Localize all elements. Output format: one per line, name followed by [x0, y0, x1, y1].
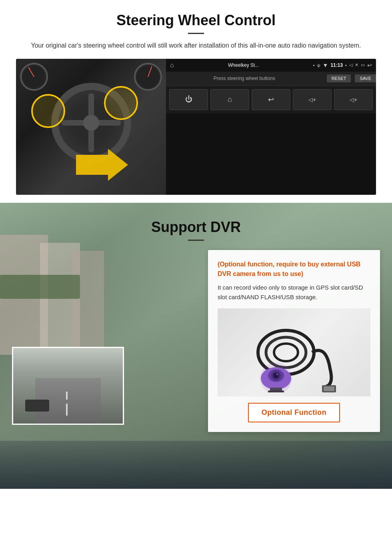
power-icon: ⏻ [185, 95, 192, 104]
hu-screen-icon: ▭ [361, 62, 365, 68]
svg-rect-5 [324, 386, 334, 391]
hu-back-icon: ↩ [367, 62, 372, 68]
home-icon: ⌂ [228, 95, 232, 104]
headunit-ui: ⌂ Wheelkey St... ▪ ψ ▼ 11:13 ▪ ◁ ✕ ▭ ↩ P… [166, 59, 376, 195]
dvr-thumb-car [25, 400, 49, 412]
section2-divider [188, 240, 204, 241]
dvr-road-line-2 [66, 392, 68, 400]
hu-statusbar: ⌂ Wheelkey St... ▪ ψ ▼ 11:13 ▪ ◁ ✕ ▭ ↩ [166, 59, 376, 72]
steering-composite-image: ⌂ Wheelkey St... ▪ ψ ▼ 11:13 ▪ ◁ ✕ ▭ ↩ P… [16, 59, 376, 195]
hu-volume-icon: ◁ [349, 62, 352, 68]
dvr-optional-text: (Optional function, require to buy exter… [218, 260, 370, 279]
dvr-road-line [66, 404, 68, 416]
section1-description: Your original car's steering wheel contr… [16, 40, 376, 51]
arrow-right-icon [76, 147, 128, 183]
dvr-hedge [0, 275, 80, 299]
dvr-description-text: It can record video only to storage in G… [218, 283, 370, 302]
hu-camera-icon: ▪ [345, 63, 347, 68]
steering-wheel-photo [16, 59, 166, 195]
hu-sd-icon: ▪ [313, 63, 315, 68]
steering-wheel-section: Steering Wheel Control Your original car… [0, 0, 392, 203]
dvr-section: Support DVR (Optional function, require … [0, 203, 392, 489]
hu-back-button[interactable]: ↩ [252, 89, 290, 110]
dvr-camera-image [218, 308, 370, 396]
section2-title: Support DVR [0, 219, 392, 236]
hu-home-button[interactable]: ⌂ [210, 89, 249, 110]
svg-marker-0 [76, 149, 128, 181]
dvr-thumbnail-inner [13, 348, 123, 424]
dvr-title-block: Support DVR [0, 203, 392, 241]
gauge-right [134, 63, 162, 91]
hu-vol-up2-button[interactable]: ◁+ [334, 89, 373, 110]
hu-home-icon: ⌂ [170, 62, 174, 69]
vol-up-icon: ◁+ [308, 96, 316, 103]
svg-point-3 [274, 344, 298, 361]
reset-button[interactable]: RESET [327, 74, 351, 82]
hu-status-icons: ▪ ψ ▼ 11:13 ▪ ◁ ✕ ▭ ↩ [313, 62, 372, 68]
dvr-building-3 [72, 251, 104, 355]
dvr-camera-svg [234, 312, 354, 392]
hu-content-area [166, 113, 376, 195]
section1-title: Steering Wheel Control [16, 12, 376, 29]
optional-function-button[interactable]: Optional Function [248, 403, 340, 422]
yellow-circle-right [104, 86, 138, 120]
hu-app-title: Wheelkey St... [177, 62, 310, 68]
hu-toolbar-text: Press steering wheel buttons [166, 76, 323, 81]
gauge-needle-left [28, 67, 34, 77]
yellow-circle-left [31, 94, 65, 128]
hu-usb-icon: ψ [317, 63, 320, 68]
back-icon: ↩ [268, 95, 274, 104]
hu-wifi-icon: ▼ [323, 62, 328, 68]
hu-toolbar: Press steering wheel buttons RESET SAVE [166, 72, 376, 86]
hu-buttons-row: ⏻ ⌂ ↩ ◁+ ◁+ [166, 86, 376, 113]
hu-x-icon: ✕ [355, 62, 358, 68]
section1-divider [188, 33, 204, 34]
gauge-needle-right [148, 66, 152, 77]
gauge-left [20, 63, 48, 91]
dashboard-strip [0, 441, 392, 489]
hu-time: 11:13 [330, 62, 343, 68]
wheel-center [83, 115, 99, 131]
save-button[interactable]: SAVE [355, 74, 376, 82]
dvr-info-card: (Optional function, require to buy exter… [208, 250, 380, 432]
dvr-thumbnail-image [12, 347, 124, 425]
vol-up2-icon: ◁+ [350, 96, 357, 103]
hu-vol-up-button[interactable]: ◁+ [293, 89, 332, 110]
hu-power-button[interactable]: ⏻ [169, 89, 208, 110]
